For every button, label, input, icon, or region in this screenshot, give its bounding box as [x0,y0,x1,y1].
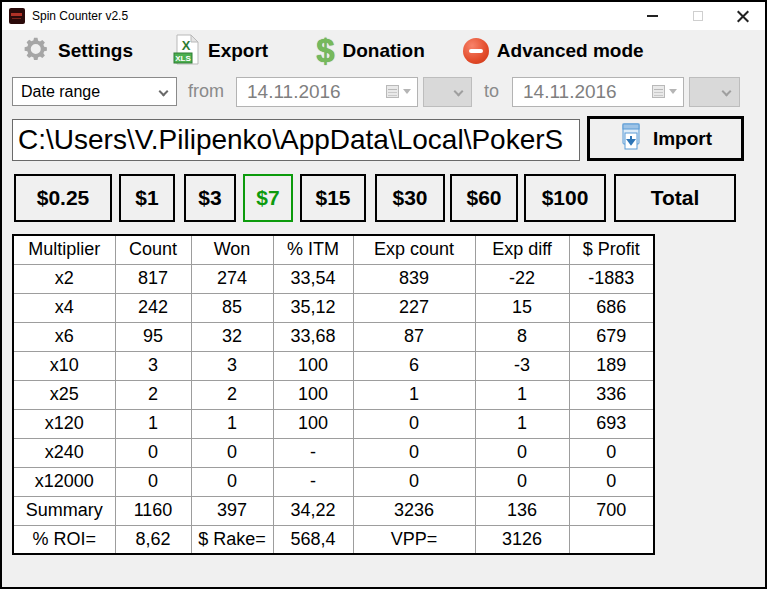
stake-button-1[interactable]: $1 [119,174,175,222]
svg-text:X: X [182,38,191,53]
table-row: x42428535,1222715686 [13,293,654,322]
from-time-select [423,77,472,107]
cell: 817 [115,264,191,293]
stake-button-0.25[interactable]: $0.25 [14,174,112,222]
app-window: Spin Counter v2.5 Settings X XLS [0,0,767,589]
date-range-value: Date range [21,83,100,101]
table-row: x252210011336 [13,380,654,409]
table-row: Summary116039734,223236136700 [13,496,654,525]
table-row: x24000-000 [13,438,654,467]
cell: 274 [191,264,273,293]
cell: 0 [115,467,191,496]
minimize-button[interactable] [630,2,675,30]
window-title: Spin Counter v2.5 [32,9,128,23]
cell: x120 [13,409,115,438]
window-controls [630,2,765,30]
dollar-icon: $ [316,36,334,66]
close-button[interactable] [720,2,765,30]
cell: 0 [475,438,569,467]
advanced-mode-label: Advanced mode [497,40,644,62]
table-row: x6953233,68878679 [13,322,654,351]
cell: 2 [191,380,273,409]
cell: 242 [115,293,191,322]
cell: 700 [569,496,654,525]
table-header: MultiplierCountWon% ITMExp countExp diff… [13,235,654,264]
stake-button-100[interactable]: $100 [524,174,606,222]
to-time-select [689,77,740,107]
column-header: Multiplier [13,235,115,264]
from-date-picker[interactable]: 14.11.2016 [236,77,418,107]
cell: 0 [191,438,273,467]
gear-icon [20,34,50,68]
cell: x2 [13,264,115,293]
cell: 0 [115,438,191,467]
stake-button-60[interactable]: $60 [450,174,518,222]
cell: 15 [475,293,569,322]
cell: 1 [475,409,569,438]
export-button[interactable]: X XLS Export [173,34,268,69]
stake-button-30[interactable]: $30 [375,174,445,222]
to-date-picker[interactable]: 14.11.2016 [512,77,684,107]
table-row: x1200000-000 [13,467,654,496]
column-header: Exp count [353,235,475,264]
cell: -1883 [569,264,654,293]
chevron-down-icon [159,87,169,97]
stake-button-total[interactable]: Total [614,174,736,222]
settings-button[interactable]: Settings [20,34,133,68]
cell: 0 [191,467,273,496]
export-label: Export [208,40,268,62]
cell: 839 [353,264,475,293]
advanced-mode-button[interactable]: Advanced mode [463,38,644,64]
cell: 686 [569,293,654,322]
cell: 679 [569,322,654,351]
filter-row: Date range from 14.11.2016 to 14.11.2016 [2,77,765,108]
cell: 693 [569,409,654,438]
title-bar: Spin Counter v2.5 [2,2,765,30]
minimize-icon [647,15,658,17]
stake-button-7[interactable]: $7 [243,174,293,222]
date-range-select[interactable]: Date range [12,77,177,106]
roi-value: 8,62 [115,525,191,554]
cell: 8 [475,322,569,351]
cell: 87 [353,322,475,351]
cell: 2 [115,380,191,409]
cell: 397 [191,496,273,525]
excel-xls-icon: X XLS [173,34,200,69]
app-icon [9,8,25,24]
import-button[interactable]: Import [587,116,744,161]
cell: 1 [115,409,191,438]
donation-button[interactable]: $ Donation [316,36,425,66]
cell: 227 [353,293,475,322]
minus-circle-icon [463,38,489,64]
table-row: x1201110001693 [13,409,654,438]
cell: 0 [353,409,475,438]
hh-path-value: C:\Users\V.Pilipenko\AppData\Local\Poker… [18,124,563,156]
calendar-icon [386,85,399,98]
rake-value: 568,4 [273,525,353,554]
column-header: Exp diff [475,235,569,264]
cell: 35,12 [273,293,353,322]
cell: x240 [13,438,115,467]
vpp-label: VPP= [353,525,475,554]
column-header: Won [191,235,273,264]
cell: -3 [475,351,569,380]
stake-button-3[interactable]: $3 [184,174,236,222]
cell: 100 [273,409,353,438]
cell: 100 [273,380,353,409]
cell: 1160 [115,496,191,525]
hh-path-input[interactable]: C:\Users\V.Pilipenko\AppData\Local\Poker… [12,119,580,161]
cell: 336 [569,380,654,409]
cell: x4 [13,293,115,322]
toolbar: Settings X XLS Export $ Donation Advance… [2,30,765,72]
to-date-value: 14.11.2016 [523,81,617,103]
stake-button-15[interactable]: $15 [300,174,366,222]
import-label: Import [653,128,712,150]
maximize-button [675,2,720,30]
settings-label: Settings [58,40,133,62]
calendar-icon [652,85,665,98]
cell: 33,54 [273,264,353,293]
cell: 189 [569,351,654,380]
cell: Summary [13,496,115,525]
cell: 136 [475,496,569,525]
cell: 3236 [353,496,475,525]
